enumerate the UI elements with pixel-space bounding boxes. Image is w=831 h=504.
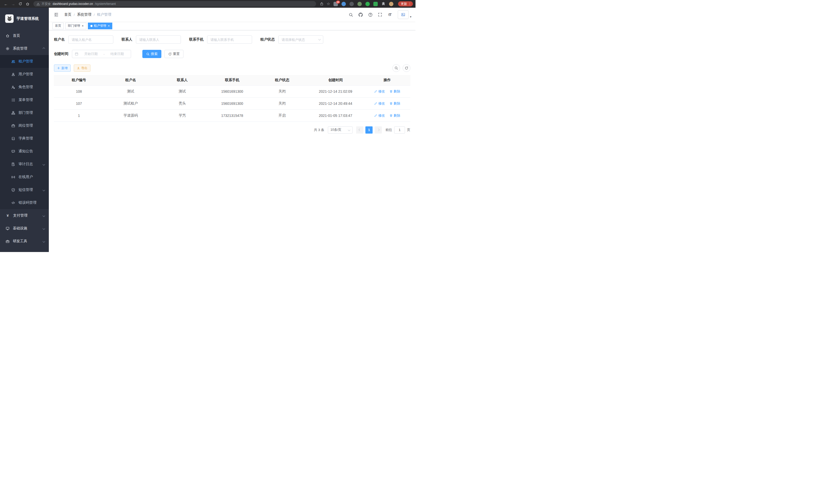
status-select[interactable] <box>278 35 323 44</box>
sidebar-item-label: 部门管理 <box>19 111 45 115</box>
cell-id: 108 <box>54 85 104 97</box>
sidebar-item-sms[interactable]: 短信管理 <box>0 183 49 196</box>
next-page-button[interactable] <box>375 126 382 134</box>
sidebar-item-system[interactable]: 系统管理 <box>0 42 49 55</box>
goto-page: 前往 页 <box>385 126 410 134</box>
column-header: 创建时间 <box>307 75 364 85</box>
tenant-table: 租户编号 租户名 联系人 联系手机 租户状态 创建时间 操作 108 测试 <box>54 75 410 122</box>
extension-icon-green-circle[interactable] <box>365 2 370 6</box>
sidebar-item-role[interactable]: 角色管理 <box>0 81 49 93</box>
sidebar-item-error-code[interactable]: 错误码管理 <box>0 196 49 209</box>
org-chart-icon <box>11 111 15 115</box>
sidebar-item-audit-log[interactable]: 审计日志 <box>0 158 49 171</box>
delete-label: 删除 <box>394 113 400 118</box>
tenant-name-input[interactable] <box>68 35 113 44</box>
column-header: 租户状态 <box>257 75 307 85</box>
extension-icon-green-square[interactable] <box>373 2 378 6</box>
tab-label: 部门管理 <box>68 24 80 28</box>
sidebar-item-devtools[interactable]: 研发工具 <box>0 235 49 248</box>
mobile-input[interactable] <box>207 35 252 44</box>
back-icon[interactable]: ← <box>3 1 9 7</box>
browser-update-button[interactable]: 更新 ⋮ <box>398 1 413 6</box>
yen-icon: ¥ <box>6 213 10 217</box>
field-label: 创建时间 <box>54 52 68 56</box>
sidebar-item-label: 审计日志 <box>19 162 39 167</box>
sidebar-item-post[interactable]: 岗位管理 <box>0 119 49 132</box>
share-icon[interactable] <box>319 1 325 7</box>
delete-button[interactable]: 删除 <box>390 113 400 118</box>
browser-chrome: ← → 不安全 dashboard.yudao.iocoder.cn /syst… <box>0 0 416 8</box>
cell-created: 2021-12-14 21:02:09 <box>307 85 364 97</box>
toggle-search-icon[interactable] <box>392 64 400 72</box>
home-icon[interactable] <box>24 1 31 7</box>
sidebar-item-user[interactable]: 用户管理 <box>0 68 49 81</box>
tab-home[interactable]: 首页 <box>52 23 64 29</box>
github-icon[interactable] <box>357 11 364 19</box>
fullscreen-icon[interactable] <box>376 11 384 19</box>
search-icon[interactable] <box>347 11 354 19</box>
sidebar-item-dept[interactable]: 部门管理 <box>0 106 49 119</box>
user-avatar[interactable]: ▾ <box>398 10 411 19</box>
edit-button[interactable]: 修改 <box>374 101 385 106</box>
sidebar-item-payment[interactable]: ¥ 支付管理 <box>0 209 49 222</box>
extension-icon-badged[interactable]: 10 <box>334 2 338 6</box>
sidebar: 芋道管理系统 首页 系统管理 租户管理 用户管理 <box>0 8 49 252</box>
update-label: 更新 <box>401 2 407 6</box>
filter-status: 租户状态 <box>260 35 323 44</box>
edit-button[interactable]: 修改 <box>374 113 385 118</box>
filter-tenant-name: 租户名 <box>54 35 113 44</box>
breadcrumb-separator: / <box>74 13 75 17</box>
sidebar-item-infra[interactable]: 基础设施 <box>0 222 49 235</box>
sidebar-item-dict[interactable]: 字典管理 <box>0 132 49 145</box>
extension-icon-olive[interactable] <box>357 2 362 6</box>
tab-label: 首页 <box>55 24 61 28</box>
bookmark-star-icon[interactable]: ☆ <box>325 1 332 7</box>
extensions-puzzle-icon[interactable] <box>381 1 386 6</box>
refresh-icon <box>168 52 172 56</box>
menu-list-icon <box>11 98 15 102</box>
tab-tenant[interactable]: 租户管理 × <box>88 23 113 29</box>
prev-page-button[interactable] <box>356 126 363 134</box>
font-size-icon[interactable]: tT <box>386 11 394 19</box>
goto-page-input[interactable] <box>394 126 405 134</box>
help-icon[interactable] <box>366 11 374 19</box>
delete-button[interactable]: 删除 <box>390 101 400 106</box>
code-icon <box>11 201 15 205</box>
sidebar-item-tenant[interactable]: 租户管理 <box>0 55 49 68</box>
status-select-input[interactable] <box>278 35 323 44</box>
reset-button[interactable]: 重置 <box>165 50 183 58</box>
cell-status: 关闭 <box>257 85 307 97</box>
field-label: 租户名 <box>54 37 65 42</box>
search-button[interactable]: 搜索 <box>142 50 161 58</box>
contact-input[interactable] <box>136 35 181 44</box>
page-size-select[interactable]: 10条/页 <box>328 126 352 134</box>
page-number-button[interactable]: 1 <box>365 126 373 134</box>
cell-status: 开启 <box>257 110 307 121</box>
sidebar-item-home[interactable]: 首页 <box>0 29 49 42</box>
sidebar-collapse-icon[interactable] <box>53 11 60 18</box>
pagination: 共 3 条 10条/页 1 前往 页 <box>54 126 410 134</box>
reload-icon[interactable] <box>17 1 24 7</box>
sidebar-item-menu[interactable]: 菜单管理 <box>0 93 49 106</box>
tab-dept[interactable]: 部门管理 × <box>65 23 86 29</box>
refresh-table-icon[interactable] <box>403 64 410 72</box>
sidebar-item-online-users[interactable]: 在线用户 <box>0 171 49 183</box>
export-button[interactable]: 导出 <box>74 64 90 72</box>
close-icon[interactable]: × <box>108 24 110 28</box>
delete-button[interactable]: 删除 <box>390 89 400 94</box>
address-bar[interactable]: 不安全 dashboard.yudao.iocoder.cn /system/t… <box>33 1 316 7</box>
add-button[interactable]: 新增 <box>54 64 71 72</box>
filter-create-time: 创建时间 开始日期 - 结束日期 <box>54 50 131 58</box>
close-icon[interactable]: × <box>82 24 84 28</box>
date-range-picker[interactable]: 开始日期 - 结束日期 <box>72 50 131 58</box>
breadcrumb-item-system[interactable]: 系统管理 <box>77 12 91 17</box>
profile-avatar-icon[interactable] <box>389 2 393 6</box>
forward-icon[interactable]: → <box>10 1 17 7</box>
sidebar-item-notice[interactable]: 通知公告 <box>0 145 49 158</box>
extension-icon-blue[interactable] <box>342 2 346 6</box>
edit-button[interactable]: 修改 <box>374 89 385 94</box>
extension-icon-dark[interactable] <box>349 2 354 6</box>
breadcrumb-separator: / <box>94 13 95 17</box>
breadcrumb-item-home[interactable]: 首页 <box>64 12 71 17</box>
gear-icon <box>6 47 9 51</box>
